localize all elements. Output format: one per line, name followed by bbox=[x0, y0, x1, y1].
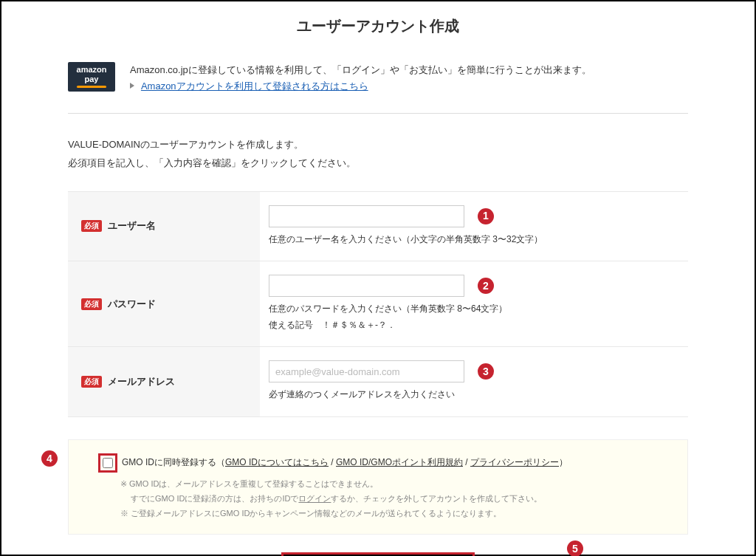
sep2: / bbox=[463, 457, 470, 467]
triangle-icon bbox=[130, 83, 134, 89]
amazon-description: Amazon.co.jpに登録している情報を利用して、「ログイン」や「お支払い」… bbox=[130, 62, 688, 78]
gmo-note3: ※ ご登録メールアドレスにGMO IDからキャンペーン情報などのメールが送られて… bbox=[120, 507, 673, 521]
gmo-links: （GMO IDについてはこちら / GMO ID/GMOポイント利用規約 / プ… bbox=[216, 456, 568, 469]
amazon-text: Amazon.co.jpに登録している情報を利用して、「ログイン」や「お支払い」… bbox=[130, 62, 688, 95]
gmo-checkbox-label: GMO IDに同時登録する bbox=[122, 456, 216, 469]
amazon-logo-line2: pay bbox=[85, 75, 99, 83]
username-hint: 任意のユーザー名を入力ください（小文字の半角英数字 3〜32文字） bbox=[269, 232, 675, 248]
intro-text: VALUE-DOMAINのユーザーアカウントを作成します。 必須項目を記入し、「… bbox=[68, 136, 688, 172]
paren-open: （ bbox=[216, 457, 225, 467]
row-password: 必須 パスワード 2 任意のパスワードを入力ください（半角英数字 8〜64文字）… bbox=[68, 261, 688, 347]
marker-4: 4 bbox=[41, 450, 58, 467]
email-label: メールアドレス bbox=[108, 375, 175, 388]
marker-3: 3 bbox=[478, 363, 494, 380]
sep1: / bbox=[329, 457, 336, 467]
email-hint: 必ず連絡のつくメールアドレスを入力ください bbox=[269, 387, 675, 403]
intro-line1: VALUE-DOMAINのユーザーアカウントを作成します。 bbox=[68, 136, 688, 154]
input-col-username: 1 任意のユーザー名を入力ください（小文字の半角英数字 3〜32文字） bbox=[260, 192, 688, 261]
gmo-note2: ※ すでにGMO IDに登録済の方は、お持ちのIDでログインするか、チェックを外… bbox=[120, 492, 673, 507]
gmo-privacy-link[interactable]: プライバシーポリシー bbox=[470, 457, 559, 467]
password-hint2: 使える記号 ！＃＄％＆＋‐？． bbox=[269, 318, 675, 334]
label-col-email: 必須 メールアドレス bbox=[68, 347, 260, 416]
label-col-password: 必須 パスワード bbox=[68, 261, 260, 346]
input-col-email: 3 必ず連絡のつくメールアドレスを入力ください bbox=[260, 347, 688, 416]
page-wrapper: ユーザーアカウント作成 amazon pay Amazon.co.jpに登録して… bbox=[0, 0, 756, 556]
gmo-section: GMO IDに同時登録する （GMO IDについてはこちら / GMO ID/G… bbox=[68, 439, 688, 535]
page-title: ユーザーアカウント作成 bbox=[68, 16, 688, 36]
row-email: 必須 メールアドレス 3 必ず連絡のつくメールアドレスを入力ください bbox=[68, 347, 688, 417]
amazon-pay-logo: amazon pay bbox=[68, 62, 115, 92]
gmo-container: 4 GMO IDに同時登録する （GMO IDについてはこちら / GMO ID… bbox=[68, 439, 688, 535]
amazon-section: amazon pay Amazon.co.jpに登録している情報を利用して、「ロ… bbox=[68, 62, 688, 114]
gmo-checkbox[interactable] bbox=[103, 458, 113, 468]
password-label: パスワード bbox=[108, 298, 156, 311]
gmo-top-row: GMO IDに同時登録する （GMO IDについてはこちら / GMO ID/G… bbox=[98, 453, 673, 473]
gmo-note2-post: するか、チェックを外してアカウントを作成して下さい。 bbox=[331, 494, 542, 503]
gmo-about-link[interactable]: GMO IDについてはこちら bbox=[225, 457, 329, 467]
input-col-password: 2 任意のパスワードを入力ください（半角英数字 8〜64文字） 使える記号 ！＃… bbox=[260, 261, 688, 346]
marker-5: 5 bbox=[567, 540, 583, 556]
username-label: ユーザー名 bbox=[108, 219, 156, 233]
gmo-terms-link[interactable]: GMO ID/GMOポイント利用規約 bbox=[336, 457, 463, 467]
required-badge: 必須 bbox=[81, 376, 102, 388]
gmo-notes: ※ GMO IDは、メールアドレスを重複して登録することはできません。 ※ すで… bbox=[98, 477, 673, 521]
required-badge: 必須 bbox=[81, 298, 102, 310]
gmo-checkbox-highlight bbox=[98, 453, 117, 473]
marker-1: 1 bbox=[478, 208, 494, 224]
amazon-logo-smile bbox=[77, 86, 106, 88]
label-col-username: 必須 ユーザー名 bbox=[68, 192, 260, 261]
intro-line2: 必須項目を記入し、「入力内容を確認」をクリックしてください。 bbox=[68, 154, 688, 173]
password-hint1: 任意のパスワードを入力ください（半角英数字 8〜64文字） bbox=[269, 301, 675, 318]
email-input[interactable] bbox=[269, 360, 464, 382]
row-username: 必須 ユーザー名 1 任意のユーザー名を入力ください（小文字の半角英数字 3〜3… bbox=[68, 191, 688, 262]
form-table: 必須 ユーザー名 1 任意のユーザー名を入力ください（小文字の半角英数字 3〜3… bbox=[68, 191, 688, 417]
password-input[interactable] bbox=[269, 275, 464, 297]
amazon-register-link[interactable]: Amazonアカウントを利用して登録される方はこちら bbox=[141, 80, 368, 92]
arrow-callout-5: 5 bbox=[555, 545, 577, 556]
marker-2: 2 bbox=[478, 278, 494, 294]
amazon-logo-line1: amazon bbox=[77, 66, 107, 74]
required-badge: 必須 bbox=[81, 220, 102, 232]
username-input[interactable] bbox=[269, 205, 464, 227]
gmo-note1: ※ GMO IDは、メールアドレスを重複して登録することはできません。 bbox=[120, 477, 673, 492]
paren-close: ） bbox=[559, 457, 568, 467]
gmo-login-link[interactable]: ログイン bbox=[298, 494, 331, 503]
gmo-note2-pre: すでにGMO IDに登録済の方は、お持ちのIDで bbox=[131, 494, 298, 503]
